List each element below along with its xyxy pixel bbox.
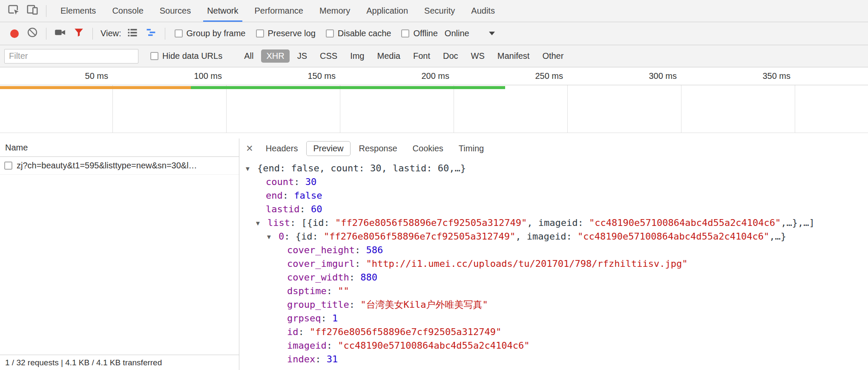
json-token-plain: ,…} bbox=[769, 231, 786, 242]
tab-console[interactable]: Console bbox=[104, 0, 151, 22]
preview-line[interactable]: grpseq: 1 bbox=[239, 312, 868, 325]
json-token-key: grpseq bbox=[287, 313, 321, 324]
group-by-frame-checkbox[interactable]: Group by frame bbox=[175, 29, 246, 38]
json-token-num: false bbox=[294, 190, 322, 201]
filter-input[interactable] bbox=[4, 49, 138, 64]
preview-line[interactable]: id: "ff276e8056f58896e7cf92505a312749" bbox=[239, 325, 868, 339]
video-camera-icon bbox=[54, 26, 66, 41]
screenshot-button[interactable] bbox=[52, 26, 68, 42]
preview-line[interactable]: cover_imgurl: "http://i1.umei.cc/uploads… bbox=[239, 257, 868, 271]
offline-checkbox[interactable]: Offline bbox=[401, 29, 437, 38]
tick-label: 150 ms bbox=[285, 67, 336, 85]
preview-line[interactable]: imageid: "cc48190e57100864abc4d55a2c4104… bbox=[239, 339, 868, 353]
request-list: zj?ch=beauty&t1=595&listtype=new&sn=30&l… bbox=[0, 157, 239, 355]
json-token-key: lastid bbox=[266, 204, 299, 214]
overview-bar-content bbox=[191, 86, 505, 89]
preview-line[interactable]: group_title: "台湾美女Kila户外唯美写真" bbox=[239, 298, 868, 312]
disable-cache-label: Disable cache bbox=[338, 29, 391, 38]
json-token-plain: : bbox=[321, 313, 332, 324]
device-toolbar-icon bbox=[26, 3, 39, 18]
json-token-str: "http://i1.umei.cc/uploads/tu/201701/798… bbox=[366, 258, 687, 269]
device-toolbar-button[interactable] bbox=[24, 3, 40, 19]
json-token-num: 586 bbox=[366, 245, 383, 255]
json-token-str: "台湾美女Kila户外唯美写真" bbox=[360, 299, 488, 310]
expand-arrow-icon[interactable]: ▼ bbox=[255, 217, 267, 230]
main-tabbar-tabs: ElementsConsoleSourcesNetworkPerformance… bbox=[52, 0, 503, 22]
record-button[interactable] bbox=[10, 29, 19, 38]
json-token-plain: : bbox=[315, 354, 327, 364]
detail-tab-timing[interactable]: Timing bbox=[452, 141, 491, 156]
json-token-plain: : bbox=[349, 272, 361, 283]
json-token-str: "cc48190e57100864abc4d55a2c4104c6" bbox=[338, 340, 529, 351]
json-token-plain: : bbox=[327, 340, 338, 351]
detail-tab-headers[interactable]: Headers bbox=[259, 141, 305, 156]
tab-sources[interactable]: Sources bbox=[152, 0, 199, 22]
inspect-element-button[interactable] bbox=[6, 3, 22, 19]
name-column-header[interactable]: Name bbox=[0, 139, 239, 157]
preview-line[interactable]: dsptime: "" bbox=[239, 284, 868, 298]
tick-label: 250 ms bbox=[512, 67, 563, 85]
expand-arrow-icon[interactable]: ▼ bbox=[266, 230, 279, 244]
tick-label: 200 ms bbox=[398, 67, 449, 85]
filter-type-other[interactable]: Other bbox=[537, 49, 569, 63]
filter-funnel-button[interactable] bbox=[71, 26, 87, 42]
filter-type-font[interactable]: Font bbox=[408, 49, 435, 63]
filter-type-xhr[interactable]: XHR bbox=[261, 49, 289, 63]
main-tabbar: ElementsConsoleSourcesNetworkPerformance… bbox=[0, 0, 868, 22]
preview-line[interactable]: ▼list: [{id: "ff276e8056f58896e7cf92505a… bbox=[239, 216, 868, 230]
json-token-key: end bbox=[266, 190, 283, 201]
json-token-num: 30 bbox=[305, 176, 317, 187]
filter-type-manifest[interactable]: Manifest bbox=[492, 49, 535, 63]
filter-type-all[interactable]: All bbox=[239, 49, 259, 63]
detail-tab-cookies[interactable]: Cookies bbox=[406, 141, 450, 156]
divider bbox=[165, 28, 165, 40]
main-split: Name zj?ch=beauty&t1=595&listtype=new&sn… bbox=[0, 139, 868, 370]
filter-type-ws[interactable]: WS bbox=[466, 49, 490, 63]
preview-line[interactable]: ▼0: {id: "ff276e8056f58896e7cf92505a3127… bbox=[239, 230, 868, 243]
preview-line[interactable]: cover_height: 586 bbox=[239, 243, 868, 257]
throttling-select[interactable]: Online bbox=[445, 29, 495, 38]
large-rows-view-button[interactable] bbox=[124, 26, 141, 42]
preserve-log-checkbox[interactable]: Preserve log bbox=[256, 29, 316, 38]
tab-network[interactable]: Network bbox=[199, 0, 246, 22]
filter-type-js[interactable]: JS bbox=[292, 49, 312, 63]
preview-line[interactable]: lastid: 60 bbox=[239, 202, 868, 216]
expand-arrow-icon[interactable]: ▼ bbox=[244, 162, 257, 176]
json-token-plain: : [{id: bbox=[290, 217, 335, 228]
status-bar: 1 / 32 requests | 4.1 KB / 4.1 KB transf… bbox=[0, 355, 239, 370]
disable-cache-checkbox[interactable]: Disable cache bbox=[326, 29, 391, 38]
preview-line[interactable]: index: 31 bbox=[239, 353, 868, 366]
tab-memory[interactable]: Memory bbox=[311, 0, 358, 22]
tab-application[interactable]: Application bbox=[358, 0, 416, 22]
request-row[interactable]: zj?ch=beauty&t1=595&listtype=new&sn=30&l… bbox=[0, 157, 239, 175]
detail-tab-response[interactable]: Response bbox=[352, 141, 404, 156]
overview-view-button[interactable] bbox=[143, 26, 159, 42]
preserve-log-label: Preserve log bbox=[268, 29, 316, 38]
list-view-icon bbox=[126, 26, 138, 40]
tab-elements[interactable]: Elements bbox=[52, 0, 104, 22]
json-token-plain: : bbox=[355, 245, 366, 255]
preview-line[interactable]: ▼{end: false, count: 30, lastid: 60,…} bbox=[239, 162, 868, 175]
detail-tab-preview[interactable]: Preview bbox=[306, 141, 350, 156]
filter-type-img[interactable]: Img bbox=[345, 49, 369, 63]
preview-line[interactable]: cover_width: 880 bbox=[239, 271, 868, 284]
close-detail-button[interactable]: × bbox=[246, 143, 253, 154]
tab-security[interactable]: Security bbox=[416, 0, 463, 22]
filter-type-media[interactable]: Media bbox=[372, 49, 405, 63]
gridline bbox=[681, 85, 681, 133]
overview-body[interactable] bbox=[0, 85, 868, 133]
filter-type-css[interactable]: CSS bbox=[315, 49, 342, 63]
json-token-key: dsptime bbox=[287, 286, 327, 296]
network-toolbar: View: Group by framePreserve logDisable … bbox=[0, 22, 868, 45]
preview-line[interactable]: count: 30 bbox=[239, 175, 868, 189]
tab-performance[interactable]: Performance bbox=[247, 0, 312, 22]
json-token-plain: {end: false, count: 30, lastid: 60,…} bbox=[257, 163, 466, 173]
gridline bbox=[112, 85, 113, 133]
hide-data-urls-checkbox[interactable]: Hide data URLs bbox=[150, 51, 222, 61]
filter-type-doc[interactable]: Doc bbox=[438, 49, 463, 63]
tab-audits[interactable]: Audits bbox=[463, 0, 503, 22]
clear-button[interactable] bbox=[24, 26, 40, 42]
preview-line[interactable]: end: false bbox=[239, 189, 868, 202]
tick-label: 350 ms bbox=[739, 67, 790, 85]
json-token-str: "" bbox=[338, 286, 349, 296]
